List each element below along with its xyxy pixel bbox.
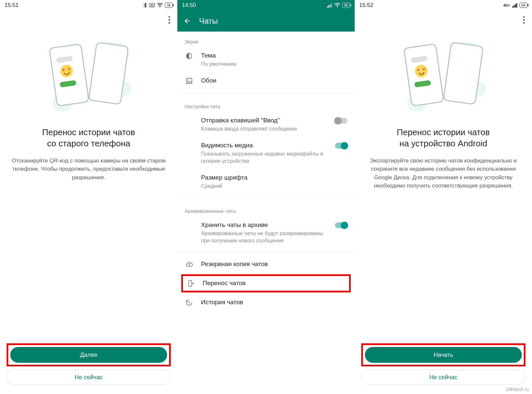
illustration [355,42,532,111]
svg-rect-11 [512,6,513,8]
signal-icon [327,3,332,8]
svg-rect-10 [189,281,192,286]
theme-icon [185,52,194,60]
row-subtitle: Клавиша ввода отправляет сообщение [201,125,325,133]
svg-point-6 [337,7,338,7]
svg-rect-4 [330,4,331,8]
battery-icon: 36 [165,3,173,8]
svg-rect-2 [327,6,328,8]
toggle-keep-archived[interactable] [335,222,347,228]
svg-rect-13 [515,4,516,8]
page-title: Чаты [199,16,218,26]
section-display: Экран [177,32,355,47]
status-icons: 4G+ 84 [503,3,527,8]
svg-rect-14 [516,3,517,8]
row-title: Хранить чаты в архиве [201,221,325,229]
back-icon[interactable] [183,17,191,25]
row-title: Отправка клавишей "Ввод" [201,116,325,125]
battery-icon: 90 [342,3,350,8]
row-title: Размер шрифта [201,174,347,182]
row-title: Обои [201,77,347,85]
battery-icon: 84 [519,3,527,8]
highlight-frame: Начать [361,343,525,366]
overflow-menu-icon[interactable] [166,13,173,26]
row-subtitle: По умолчанию [201,61,347,68]
illustration [0,42,177,111]
watermark: 24hitech.ru [506,387,529,392]
row-keep-archived[interactable]: Хранить чаты в архиве Архивированные чат… [177,216,355,249]
start-button[interactable]: Начать [365,347,522,363]
toggle-media-visibility[interactable] [335,143,347,149]
headline: Перенос истории чатов на устройство Andr… [355,127,532,149]
overflow-menu-icon[interactable] [520,13,527,26]
row-font-size[interactable]: Размер шрифта Средний [177,169,355,194]
topbar [0,11,177,29]
settings-list: Экран Тема По умолчанию Обои Нас [177,32,355,394]
status-time: 15:52 [359,2,373,9]
next-button[interactable]: Далее [10,347,167,363]
row-title: Видимость медиа [201,141,325,150]
not-now-button[interactable]: Не сейчас [361,370,525,385]
row-subtitle: Архивированные чаты не будут разархивиро… [201,230,325,244]
headline: Перенос истории чатов со старого телефон… [0,127,177,149]
row-transfer[interactable]: Перенос чатов [183,276,349,291]
screen-transfer-from-old: 15:51 36 [0,0,177,394]
history-icon [185,298,194,306]
row-media-visibility[interactable]: Видимость медиа Показывать загруженные н… [177,137,355,169]
signal-icon [512,3,518,8]
status-time: 15:51 [5,2,19,9]
svg-point-9 [188,80,189,81]
status-bar: 14:50 90 [177,0,355,11]
status-icons: 36 [143,3,173,8]
row-subtitle: Средний [201,183,347,190]
signal-off-icon [149,3,155,8]
section-archive: Архивированные чаты [177,201,355,216]
status-time: 14:50 [182,2,196,9]
wifi-icon [157,3,163,8]
row-enter-send[interactable]: Отправка клавишей "Ввод" Клавиша ввода о… [177,112,355,137]
screen-transfer-to-android: 15:52 4G+ 84 [355,0,532,394]
cloud-upload-icon [185,260,194,268]
svg-rect-12 [514,5,515,8]
screen-chat-settings: 14:50 90 Чаты Экран [177,0,355,394]
svg-rect-5 [331,3,332,8]
not-now-button[interactable]: Не сейчас [7,370,171,385]
row-title: История чатов [201,298,347,307]
topbar [355,11,532,29]
svg-point-1 [160,7,160,7]
topbar: Чаты [177,11,355,32]
transfer-icon [186,279,195,287]
network-type: 4G+ [503,3,510,7]
highlight-frame: Далее [7,343,171,366]
row-wallpaper[interactable]: Обои [177,72,355,89]
row-title: Резервная копия чатов [201,260,347,268]
row-theme[interactable]: Тема По умолчанию [177,47,355,72]
row-history[interactable]: История чатов [177,294,355,311]
bluetooth-icon [143,3,147,8]
status-bar: 15:51 36 [0,0,177,11]
body-text: Экспортируйте свою историю чатов конфиде… [355,157,532,190]
row-backup[interactable]: Резервная копия чатов [177,256,355,273]
body-text: Отсканируйте QR-код с помощью камеры на … [0,157,177,182]
row-subtitle: Показывать загруженные недавно медиафайл… [201,150,325,164]
wallpaper-icon [185,77,194,85]
toggle-enter-send[interactable] [335,118,347,124]
highlight-frame: Перенос чатов [181,274,351,292]
row-title: Тема [201,52,347,60]
status-bar: 15:52 4G+ 84 [355,0,532,11]
wifi-icon [334,3,340,8]
row-title: Перенос чатов [203,279,346,287]
svg-rect-3 [328,5,329,8]
section-chat: Настройки чата [177,96,355,112]
status-icons: 90 [327,3,350,8]
